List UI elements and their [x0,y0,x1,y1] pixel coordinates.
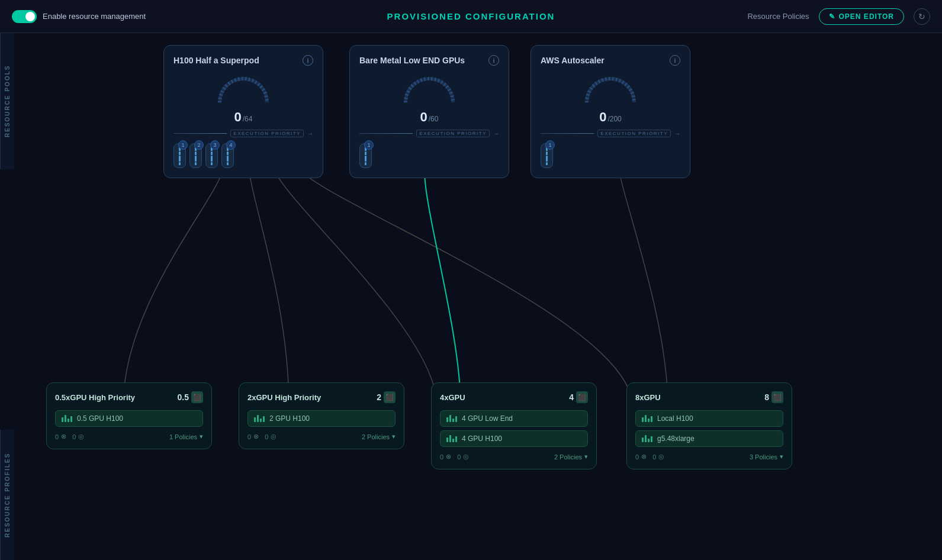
profile-footer: 0 ⊗ 0 ◎ 3 Policies ▾ [635,453,783,461]
profile-stats: 0 ⊗ 0 ◎ [635,453,664,461]
pool-card-h100-superpod: H100 Half a Superpod i 0 /64 EXECUTION P… [163,45,323,178]
pool-card-aws: AWS Autoscaler i 0 /200 EXECUTION PRIORI… [531,45,690,178]
execution-priority-pool3: EXECUTION PRIORITY → [541,130,680,137]
queue-items-pool3: 1 [541,143,680,168]
profile-card-2xgpu: 2xGPU High Priority 2 ⬛ 2 GPU H100 0 ⊗ [239,382,404,449]
pool-card-bare-metal: Bare Metal Low END GPUs i 0 /60 EXECUTIO… [349,45,509,178]
gpu-chip-icon: ⬛ [771,391,783,403]
running-stat: 0 ◎ [652,453,664,461]
profile-card-header: 4xGPU 4 ⬛ [440,391,588,403]
canvas: H100 Half a Superpod i 0 /64 EXECUTION P… [17,33,942,560]
refresh-icon: ↻ [918,12,925,21]
info-icon-pool1[interactable]: i [303,55,313,66]
editor-icon: ✎ [829,12,835,21]
jobs-stat: 0 ⊗ [635,453,647,461]
bars-icon [642,435,652,442]
jobs-stat: 0 ⊗ [55,433,66,440]
jobs-icon: ⊗ [61,433,66,440]
bars-icon [62,415,72,422]
running-icon: ◎ [463,453,469,461]
queue-items-pool2: 1 [359,143,499,168]
resource-policies-link[interactable]: Resource Policies [747,12,809,21]
execution-priority-pool2: EXECUTION PRIORITY → [359,130,499,137]
profile-card-header: 0.5xGPU High Priority 0.5 ⬛ [55,391,203,403]
gpu-chip-icon: ⬛ [576,391,588,403]
side-label-pools: RESOURCE POOLS [0,33,14,169]
gpu-chip-icon: ⬛ [191,391,203,403]
queue-badge: 1 [364,140,374,150]
running-stat: 0 ◎ [265,433,277,440]
queue-badge: 2 [194,140,204,150]
chevron-down-icon: ▾ [584,453,588,461]
profile-item[interactable]: Local H100 [635,410,783,427]
queue-items-pool1: 1 2 3 [173,143,313,168]
profile-card-05xgpu: 0.5xGPU High Priority 0.5 ⬛ 0.5 GPU H100… [46,382,212,449]
pool-card-title: H100 Half a Superpod i [173,55,313,66]
queue-item[interactable]: 3 [205,143,218,168]
queue-badge: 1 [545,140,555,150]
header: Enable resource management PROVISIONED C… [0,0,942,33]
gauge-value-row-pool3: 0 /200 [541,110,680,125]
gpu-count: 0.5 ⬛ [178,391,203,403]
chevron-down-icon: ▾ [392,433,396,440]
jobs-icon: ⊗ [446,453,451,461]
profile-footer: 0 ⊗ 0 ◎ 1 Policies ▾ [55,433,203,440]
policies-button[interactable]: 2 Policies ▾ [554,453,588,461]
gauge-container-pool1 [173,73,313,105]
profile-item[interactable]: 0.5 GPU H100 [55,410,203,427]
jobs-icon: ⊗ [641,453,647,461]
profile-stats: 0 ⊗ 0 ◎ [55,433,84,440]
header-left: Enable resource management [12,10,146,23]
gauge-value-row-pool1: 0 /64 [173,110,313,125]
execution-priority-pool1: EXECUTION PRIORITY → [173,130,313,137]
profile-stats: 0 ⊗ 0 ◎ [247,433,277,440]
profile-item[interactable]: g5.48xlarge [635,430,783,447]
enable-resource-toggle[interactable] [12,10,37,23]
toggle-label: Enable resource management [43,12,146,21]
pool-card-title: AWS Autoscaler i [541,55,680,66]
open-editor-button[interactable]: ✎ OPEN EDITOR [819,8,904,25]
running-stat: 0 ◎ [72,433,84,440]
jobs-stat: 0 ⊗ [247,433,259,440]
profile-stats: 0 ⊗ 0 ◎ [440,453,469,461]
profile-card-header: 8xGPU 8 ⬛ [635,391,783,403]
running-icon: ◎ [271,433,277,440]
info-icon-pool2[interactable]: i [488,55,499,66]
profile-footer: 0 ⊗ 0 ◎ 2 Policies ▾ [440,453,588,461]
running-icon: ◎ [658,453,664,461]
queue-badge: 4 [226,140,236,150]
chevron-down-icon: ▾ [780,453,783,461]
queue-item[interactable]: 1 [173,143,186,168]
profile-card-4xgpu: 4xGPU 4 ⬛ 4 GPU Low End 4 GPU H100 [431,382,597,469]
profile-card-header: 2xGPU High Priority 2 ⬛ [247,391,396,403]
queue-item[interactable]: 1 [541,143,553,168]
bars-icon [642,415,652,422]
bars-icon [254,415,265,422]
profile-item[interactable]: 4 GPU Low End [440,410,588,427]
page-title: PROVISIONED CONFIGURATION [387,11,555,21]
info-icon-pool3[interactable]: i [670,55,680,66]
pool-card-title: Bare Metal Low END GPUs i [359,55,499,66]
policies-button[interactable]: 1 Policies ▾ [169,433,203,440]
chevron-down-icon: ▾ [200,433,203,440]
profile-footer: 0 ⊗ 0 ◎ 2 Policies ▾ [247,433,396,440]
profile-card-8xgpu: 8xGPU 8 ⬛ Local H100 g5.48xlarge [626,382,792,469]
running-stat: 0 ◎ [457,453,469,461]
running-icon: ◎ [78,433,84,440]
queue-item[interactable]: 1 [359,143,372,168]
bars-icon [446,415,457,422]
gpu-chip-icon: ⬛ [384,391,396,403]
side-label-profiles: RESOURCE PROFILES [0,430,14,560]
gauge-container-pool2 [359,73,499,105]
queue-badge: 3 [210,140,220,150]
refresh-button[interactable]: ↻ [914,8,930,25]
gauge-container-pool3 [541,73,680,105]
profile-item[interactable]: 4 GPU H100 [440,430,588,447]
queue-item[interactable]: 4 [221,143,234,168]
profile-item[interactable]: 2 GPU H100 [247,410,396,427]
gpu-count: 2 ⬛ [377,391,396,403]
policies-button[interactable]: 2 Policies ▾ [362,433,396,440]
jobs-stat: 0 ⊗ [440,453,451,461]
policies-button[interactable]: 3 Policies ▾ [750,453,783,461]
queue-item[interactable]: 2 [189,143,202,168]
